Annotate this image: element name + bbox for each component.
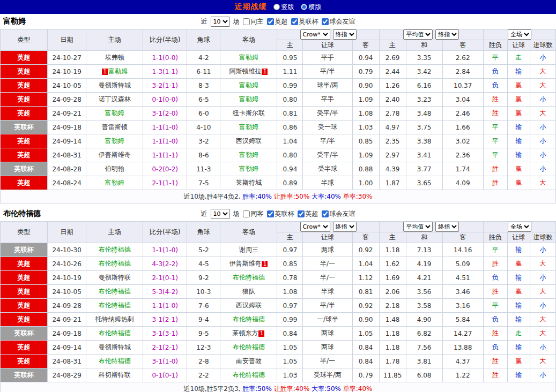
odds-home: 0.80 bbox=[277, 93, 303, 107]
bookmaker-dropdown-0[interactable]: Crow* bbox=[300, 222, 330, 232]
home-team[interactable]: 布伦特福德 bbox=[86, 355, 143, 368]
home-team[interactable]: 富勒姆 bbox=[86, 107, 143, 120]
bookmaker-dropdown-0[interactable]: Crow* bbox=[300, 29, 330, 40]
odds-handicap: 平/半 bbox=[303, 299, 352, 313]
away-team[interactable]: 南安普敦 bbox=[220, 355, 277, 368]
filter-checkbox-0[interactable]: 同主 bbox=[243, 17, 264, 26]
away-team[interactable]: 布伦特福德 bbox=[220, 271, 277, 285]
home-team[interactable]: 布伦特福德 bbox=[86, 299, 143, 313]
home-team[interactable]: 富勒姆 bbox=[86, 134, 143, 148]
away-team[interactable]: 纽卡斯尔联 bbox=[220, 107, 277, 120]
corners-cell: 9-2 bbox=[187, 271, 220, 285]
filter-checkbox-input[interactable] bbox=[267, 18, 274, 25]
avg-draw: 3.65 bbox=[406, 176, 442, 190]
league-type-cell: 英联杯 bbox=[1, 327, 48, 341]
away-team[interactable]: 莱斯特城 bbox=[220, 176, 277, 190]
away-team[interactable]: 西汉姆联 bbox=[220, 299, 277, 313]
scope-dropdown-0[interactable]: 全场 bbox=[508, 222, 531, 232]
avg-away: 1.22 bbox=[442, 368, 483, 382]
average-dropdown-0[interactable]: 平均值 bbox=[403, 29, 433, 40]
away-team[interactable]: 谢周三 bbox=[220, 243, 277, 257]
summary-segment: 单率:40% bbox=[343, 385, 373, 392]
filter-checkbox-input[interactable] bbox=[267, 210, 274, 217]
score-cell: 1-3(1-1) bbox=[143, 65, 187, 79]
away-team[interactable]: 富勒姆 bbox=[220, 79, 277, 93]
away-team[interactable]: 狼队 bbox=[220, 285, 277, 299]
filter-checkbox-3[interactable]: 球会友谊 bbox=[322, 209, 355, 218]
away-team[interactable]: 阿斯顿维拉1 bbox=[220, 65, 277, 79]
home-team[interactable]: 布伦特福德 bbox=[86, 257, 143, 271]
away-team[interactable]: 布伦特福德 bbox=[220, 313, 277, 327]
corners-cell: 12-3 bbox=[187, 341, 220, 355]
home-team[interactable]: 富勒姆 bbox=[86, 176, 143, 190]
filter-checkbox-2[interactable]: 英超 bbox=[298, 209, 318, 218]
recent-count-select[interactable]: 10 bbox=[211, 17, 230, 27]
away-team[interactable]: 布伦特福德 bbox=[220, 368, 277, 382]
filter-suffix-label: 场 bbox=[233, 209, 240, 218]
filter-checkbox-input[interactable] bbox=[243, 210, 250, 217]
recent-count-select[interactable]: 10 bbox=[211, 209, 230, 219]
away-team[interactable]: 布伦特福德 bbox=[220, 341, 277, 355]
filter-checkbox-3[interactable]: 球会友谊 bbox=[322, 17, 355, 26]
home-team[interactable]: 伊普斯维奇 bbox=[86, 148, 143, 162]
home-team[interactable]: 伯明翰 bbox=[86, 162, 143, 176]
bookmaker-dropdown-1[interactable]: 终指 bbox=[333, 222, 357, 232]
away-team[interactable]: 富勒姆 bbox=[220, 162, 277, 176]
bookmaker-dropdown-1[interactable]: 终指 bbox=[333, 29, 357, 40]
odds-home: 0.85 bbox=[277, 257, 303, 271]
odds-home: 0.95 bbox=[277, 51, 303, 65]
result-goals: 小 bbox=[530, 299, 555, 313]
home-team[interactable]: 布伦特福德 bbox=[86, 327, 143, 341]
odds-home: 0.94 bbox=[277, 162, 303, 176]
score-cell: 4-3(2-2) bbox=[143, 257, 187, 271]
filter-checkbox-input[interactable] bbox=[243, 18, 250, 25]
away-team[interactable]: 富勒姆 bbox=[220, 148, 277, 162]
match-row: 英超24-10-191富勒姆1-3(1-1)6-11阿斯顿维拉11.11平/半0… bbox=[1, 65, 556, 79]
red-card-badge: 1 bbox=[262, 261, 268, 267]
average-dropdown-0[interactable]: 平均值 bbox=[403, 222, 433, 232]
filter-checkbox-input[interactable] bbox=[298, 210, 305, 217]
scope-dropdown-0[interactable]: 全场 bbox=[508, 29, 531, 40]
horizontal-layout-radio[interactable] bbox=[301, 4, 307, 10]
filter-checkbox-input[interactable] bbox=[291, 18, 298, 25]
filter-checkbox-2[interactable]: 英联杯 bbox=[291, 17, 318, 26]
result-outcome: 平 bbox=[483, 299, 507, 313]
average-header-group: 平均值终指 bbox=[379, 222, 483, 232]
match-row: 英联杯24-09-18普雷斯顿1-1(1-0)4-10富勒姆0.86受一球1.0… bbox=[1, 120, 556, 134]
filter-checkbox-0[interactable]: 同客 bbox=[243, 209, 264, 218]
layout-option-horizontal[interactable]: 横版 bbox=[301, 3, 322, 12]
home-team[interactable]: 埃弗顿 bbox=[86, 51, 143, 65]
away-team[interactable]: 富勒姆 bbox=[220, 120, 277, 134]
league-type-cell: 英超 bbox=[1, 299, 48, 313]
home-team[interactable]: 曼彻斯特城 bbox=[86, 341, 143, 355]
avg-home: 1.18 bbox=[379, 341, 406, 355]
filter-checkbox-input[interactable] bbox=[322, 18, 329, 25]
away-team[interactable]: 富勒姆 bbox=[220, 51, 277, 65]
home-team[interactable]: 诺丁汉森林 bbox=[86, 93, 143, 107]
red-card-badge: 1 bbox=[258, 330, 264, 337]
result-handicap: 输 bbox=[507, 341, 530, 355]
away-team[interactable]: 莱顿东方1 bbox=[220, 327, 277, 341]
score-cell: 3-1(2-1) bbox=[143, 313, 187, 327]
home-team[interactable]: 曼彻斯特联 bbox=[86, 271, 143, 285]
away-team[interactable]: 富勒姆 bbox=[220, 93, 277, 107]
layout-option-vertical[interactable]: 竖版 bbox=[273, 3, 294, 12]
average-dropdown-1[interactable]: 终指 bbox=[435, 222, 459, 232]
vertical-layout-radio[interactable] bbox=[273, 4, 280, 10]
average-dropdown-1[interactable]: 终指 bbox=[435, 29, 459, 40]
home-team[interactable]: 布伦特福德 bbox=[86, 243, 143, 257]
result-goals: 大 bbox=[530, 257, 555, 271]
home-team[interactable]: 托特纳姆热刺 bbox=[86, 313, 143, 327]
home-team[interactable]: 1富勒姆 bbox=[86, 65, 143, 79]
away-team[interactable]: 西汉姆联 bbox=[220, 134, 277, 148]
away-team[interactable]: 伊普斯维奇1 bbox=[220, 257, 277, 271]
home-team[interactable]: 布伦特福德 bbox=[86, 285, 143, 299]
summary-segment: 单率:30% bbox=[343, 193, 373, 200]
odds-home: 1.11 bbox=[277, 65, 303, 79]
home-team[interactable]: 普雷斯顿 bbox=[86, 120, 143, 134]
home-team[interactable]: 科切斯特联 bbox=[86, 368, 143, 382]
filter-checkbox-1[interactable]: 英超 bbox=[267, 17, 288, 26]
filter-checkbox-1[interactable]: 英联杯 bbox=[267, 209, 294, 218]
home-team[interactable]: 曼彻斯特城 bbox=[86, 79, 143, 93]
filter-checkbox-input[interactable] bbox=[322, 210, 329, 217]
